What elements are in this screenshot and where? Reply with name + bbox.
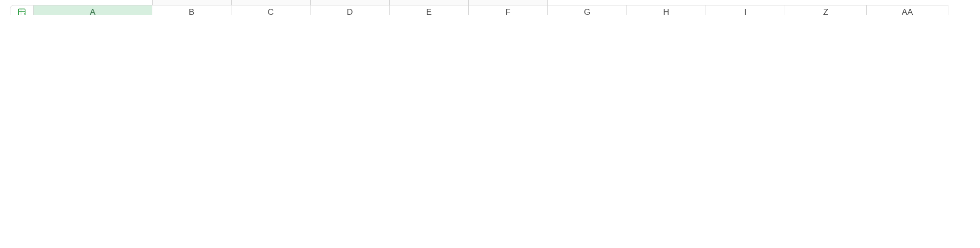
- column-header-C[interactable]: C: [231, 5, 311, 15]
- column-stub: [311, 0, 390, 5]
- select-all-corner[interactable]: [10, 5, 34, 15]
- column-header-E[interactable]: E: [390, 5, 469, 15]
- column-header-D[interactable]: D: [311, 5, 390, 15]
- column-stub: [469, 0, 548, 5]
- column-header-A[interactable]: A: [34, 5, 152, 15]
- column-header-B[interactable]: B: [152, 5, 231, 15]
- column-stub: [390, 0, 469, 5]
- column-stub: [231, 0, 311, 5]
- column-header-F[interactable]: F: [469, 5, 548, 15]
- column-stub: [152, 0, 231, 5]
- column-header-H[interactable]: H: [627, 5, 706, 15]
- column-header-I[interactable]: I: [706, 5, 785, 15]
- column-header-G[interactable]: G: [548, 5, 627, 15]
- column-headers: ABCDEFGHIZAA: [34, 5, 948, 15]
- column-header-Z[interactable]: Z: [785, 5, 867, 15]
- column-header-AA[interactable]: AA: [867, 5, 948, 15]
